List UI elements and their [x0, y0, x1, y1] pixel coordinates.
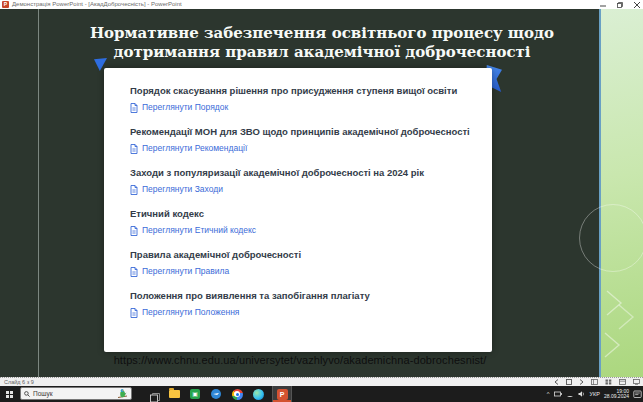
decor-circle-icon	[579, 204, 643, 272]
taskbar: Пошук ▣ P ^	[0, 386, 643, 402]
document-list-item: Заходи з популяризації академічної добро…	[130, 167, 482, 195]
start-button[interactable]	[0, 386, 19, 402]
tray-expand-icon[interactable]: ^	[547, 386, 550, 402]
notification-center-icon[interactable]	[633, 390, 642, 399]
network-icon[interactable]	[566, 390, 574, 398]
edge-icon[interactable]	[252, 388, 264, 400]
document-list-item: Правила академічної доброчесності Перегл…	[130, 249, 482, 277]
document-icon	[130, 267, 138, 277]
search-highlight-bird-icon	[117, 388, 128, 399]
document-link-label: Переглянути Рекомендації	[142, 143, 247, 154]
document-title: Правила академічної доброчесності	[130, 249, 482, 261]
document-title: Порядок скасування рішення про присуджен…	[130, 85, 482, 97]
system-tray: ^ УКР 19:00 28.09.2024	[547, 386, 642, 402]
source-url: https://www.chnu.edu.ua/universytet/vazh…	[20, 354, 580, 366]
decor-chevrons-icon	[603, 289, 641, 373]
search-input[interactable]: Пошук	[20, 387, 132, 400]
document-icon	[130, 226, 138, 236]
document-link[interactable]: Переглянути Етичний кодекс	[130, 225, 482, 236]
chrome-icon[interactable]	[231, 388, 243, 400]
file-explorer-icon[interactable]	[168, 388, 180, 400]
document-list: Порядок скасування рішення про присуджен…	[130, 85, 482, 331]
green-app-icon[interactable]: ▣	[189, 388, 201, 400]
previous-slide-button[interactable]	[554, 379, 559, 385]
document-list-item: Положення про виявлення та запобігання п…	[130, 290, 482, 318]
document-icon	[130, 103, 138, 113]
search-icon	[24, 391, 30, 397]
powerpoint-taskbar-icon[interactable]: P	[273, 386, 291, 402]
document-link-label: Переглянути Порядок	[142, 102, 228, 113]
restore-button[interactable]	[616, 1, 624, 8]
slide-side-decoration	[599, 9, 643, 377]
document-list-item: Порядок скасування рішення про присуджен…	[130, 85, 482, 113]
document-link[interactable]: Переглянути Положення	[130, 307, 482, 318]
language-indicator[interactable]: УКР	[590, 391, 600, 397]
document-link[interactable]: Переглянути Заходи	[130, 184, 482, 195]
windows-logo-icon	[6, 391, 13, 398]
document-title: Заходи з популяризації академічної добро…	[130, 167, 482, 179]
statusbar: Слайд 6 з 9	[0, 377, 643, 386]
reading-view-button[interactable]	[619, 379, 626, 385]
next-slide-button[interactable]	[579, 379, 584, 385]
close-button[interactable]	[633, 1, 641, 8]
document-list-item: Етичний кодекс Переглянути Етичний кодек…	[130, 208, 482, 236]
slideshow-view-button[interactable]	[633, 379, 640, 385]
slide-menu-button[interactable]	[566, 379, 572, 385]
document-title: Положення про виявлення та запобігання п…	[130, 290, 482, 302]
document-link[interactable]: Переглянути Правила	[130, 266, 482, 277]
clock[interactable]: 19:00 28.09.2024	[604, 389, 629, 400]
battery-icon[interactable]	[554, 390, 562, 398]
search-placeholder: Пошук	[33, 390, 114, 397]
document-title: Етичний кодекс	[130, 208, 482, 220]
document-link[interactable]: Переглянути Порядок	[130, 102, 482, 113]
document-link-label: Переглянути Правила	[142, 266, 229, 277]
document-list-item: Рекомендації МОН для ЗВО щодо принципів …	[130, 126, 482, 154]
document-link-label: Переглянути Заходи	[142, 184, 223, 195]
blue-app-icon[interactable]	[210, 388, 222, 400]
speaker-icon[interactable]	[578, 390, 586, 398]
document-icon	[130, 144, 138, 154]
tray-date: 28.09.2024	[604, 394, 629, 400]
window-titlebar: P Демонстрація PowerPoint - [АкадДоброче…	[0, 0, 643, 9]
normal-view-button[interactable]	[591, 379, 598, 385]
window-controls	[599, 0, 641, 9]
document-link-label: Переглянути Етичний кодекс	[142, 225, 256, 236]
document-title: Рекомендації МОН для ЗВО щодо принципів …	[130, 126, 482, 138]
document-link-label: Переглянути Положення	[142, 307, 239, 318]
slide-left-divider	[38, 9, 39, 377]
slide-title: Нормативне забезпечення освітнього проце…	[62, 24, 582, 62]
slide-sorter-view-button[interactable]	[605, 379, 612, 385]
taskbar-apps: ▣ P	[168, 386, 291, 402]
powerpoint-logo-icon: P	[2, 1, 9, 8]
document-link[interactable]: Переглянути Рекомендації	[130, 143, 482, 154]
document-icon	[130, 185, 138, 195]
slideshow-controls	[554, 378, 640, 386]
minimize-button[interactable]	[599, 1, 607, 8]
window-title: Демонстрація PowerPoint - [АкадДоброчесн…	[12, 0, 182, 9]
task-view-button[interactable]	[150, 389, 160, 402]
screen: P Демонстрація PowerPoint - [АкадДоброче…	[0, 0, 643, 402]
slide-indicator: Слайд 6 з 9	[4, 378, 34, 386]
document-icon	[130, 308, 138, 318]
documents-card: Порядок скасування рішення про присуджен…	[104, 68, 492, 352]
slide-canvas[interactable]: Нормативне забезпечення освітнього проце…	[0, 9, 643, 377]
